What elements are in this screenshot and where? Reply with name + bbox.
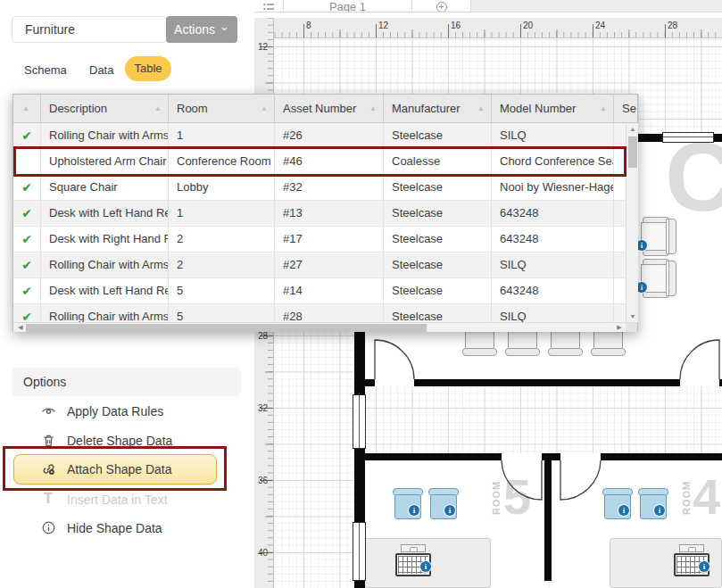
table-row[interactable]: Rolling Chair with Arms...5#28SteelcaseS… (13, 304, 626, 322)
info-badge-icon[interactable] (654, 505, 665, 516)
table-cell: Steelcase (384, 123, 492, 148)
option-insert-data-in-text: T Insert Data in Text (0, 491, 250, 510)
table-row[interactable]: Square ChairLobby#32SteelcaseNooi by Wie… (13, 175, 626, 201)
table-cell: 5 (169, 278, 275, 303)
scroll-down-icon[interactable] (627, 313, 639, 319)
check-icon (13, 227, 41, 252)
v-ruler-label: 32 (255, 403, 268, 413)
add-page-button[interactable]: + (412, 0, 471, 12)
check-icon (13, 278, 41, 303)
table-row[interactable]: Rolling Chair with Arms...2#27SteelcaseS… (13, 253, 626, 278)
page-list-icon (263, 3, 275, 12)
info-badge-icon[interactable] (618, 505, 629, 516)
keyboard-tray-shape[interactable] (679, 544, 704, 552)
scroll-up-icon[interactable] (627, 126, 639, 132)
column-header-room[interactable]: Room▲ (169, 95, 275, 122)
horizontal-scroll-thumb[interactable] (26, 324, 427, 332)
keyboard-shape[interactable] (674, 553, 710, 576)
column-header-check[interactable]: ▲ (13, 95, 41, 122)
column-header-manufacturer[interactable]: Manufacturer▲ (384, 95, 492, 122)
check-icon (13, 123, 41, 148)
option-delete-shape-data[interactable]: Delete Shape Data (0, 432, 250, 451)
table-cell: Desk with Left Hand Re... (41, 201, 169, 226)
table-cell: 5 (169, 304, 275, 322)
table-row[interactable]: Desk with Right Hand R...2#17Steelcase64… (13, 227, 626, 253)
chair-shape[interactable] (548, 330, 584, 357)
table-cell: Desk with Left Hand Re... (41, 278, 169, 303)
actions-button[interactable]: Actions (166, 16, 237, 43)
table-cell: #27 (275, 253, 384, 277)
h-ruler-label: 8 (306, 21, 311, 30)
tab-table[interactable]: Table (125, 56, 171, 81)
table-cell: Nooi by Wiesner-Hager (492, 175, 614, 200)
horizontal-scrollbar[interactable] (13, 322, 637, 332)
blue-chair-shape[interactable] (602, 488, 633, 520)
scroll-left-icon[interactable] (14, 323, 27, 332)
chair-shape[interactable] (591, 330, 627, 357)
page-tab-bar: Page 1 + (254, 0, 722, 12)
table-cell: Steelcase (384, 201, 492, 226)
chair-shape[interactable] (505, 330, 541, 357)
table-cell: #32 (275, 175, 384, 200)
chair-shape[interactable] (462, 330, 498, 357)
table-cell: SILQ (492, 123, 614, 148)
armchair-shape[interactable] (641, 217, 678, 256)
info-badge-icon[interactable] (420, 561, 431, 572)
table-cell: Steelcase (384, 227, 492, 252)
table-cell: 643248 (492, 227, 614, 252)
option-attach-shape-data[interactable]: Attach Shape Data (0, 460, 250, 480)
table-row[interactable]: Desk with Left Hand Re...1#13Steelcase64… (13, 201, 626, 227)
option-hide-shape-data[interactable]: Hide Shape Data (0, 519, 250, 539)
check-icon (13, 253, 41, 277)
check-icon (13, 304, 41, 322)
tab-data[interactable]: Data (89, 63, 113, 77)
v-ruler-label: 36 (255, 476, 268, 485)
trash-icon (41, 432, 59, 450)
column-header-asset-number[interactable]: Asset Number▲ (275, 95, 384, 122)
tab-schema[interactable]: Schema (24, 63, 67, 77)
horizontal-ruler: 81216202428 (274, 18, 722, 38)
blue-chair-shape[interactable] (638, 488, 668, 520)
scroll-right-icon[interactable] (613, 323, 626, 332)
app-root: Furniture Actions Schema Data Table Opti… (0, 0, 722, 588)
table-cell: Steelcase (384, 253, 492, 277)
table-cell: Square Chair (41, 175, 169, 200)
link-icon (41, 460, 59, 478)
table-cell: Upholstered Arm Chair (41, 149, 169, 174)
table-cell: #17 (275, 227, 384, 252)
table-cell: #13 (275, 201, 384, 226)
page-tab[interactable]: Page 1 (284, 0, 412, 12)
keyboard-tray-shape[interactable] (401, 544, 426, 552)
v-ruler-label: 12 (255, 42, 268, 52)
table-row[interactable]: Desk with Left Hand Re...5#14Steelcase64… (13, 278, 626, 304)
vertical-scrollbar[interactable] (626, 123, 638, 322)
info-badge-icon[interactable] (444, 505, 455, 516)
table-row[interactable]: Upholstered Arm ChairConference Room#46C… (13, 149, 626, 175)
option-apply-data-rules[interactable]: Apply Data Rules (0, 402, 250, 422)
table-cell: #28 (275, 304, 384, 322)
table-row[interactable]: Rolling Chair with Arms...1#26SteelcaseS… (13, 123, 626, 149)
dataset-name: Furniture (25, 22, 75, 37)
column-header-description[interactable]: Description▲ (41, 95, 169, 122)
table-cell: Steelcase (384, 304, 492, 322)
column-header-model-number[interactable]: Model Number▲ (492, 95, 614, 122)
plus-icon: + (436, 2, 447, 12)
armchair-shape[interactable] (641, 259, 678, 298)
column-header-se[interactable]: Se (614, 95, 639, 122)
table-cell: #46 (275, 149, 384, 174)
blue-chair-shape[interactable] (428, 488, 459, 520)
table-cell: 2 (169, 253, 275, 277)
dataset-name-field[interactable]: Furniture (12, 16, 167, 43)
eye-icon (41, 402, 59, 420)
h-ruler-label: 12 (378, 21, 388, 30)
options-header: Options (12, 368, 241, 396)
info-badge-icon[interactable] (409, 505, 419, 516)
blue-chair-shape[interactable] (393, 488, 423, 520)
vertical-scroll-thumb[interactable] (628, 137, 637, 168)
scrollbar-corner (626, 323, 637, 332)
keyboard-shape[interactable] (395, 553, 431, 576)
h-ruler-label: 20 (523, 21, 533, 30)
info-badge-icon[interactable] (699, 561, 710, 572)
table-cell: SILQ (492, 304, 614, 322)
page-list-button[interactable] (254, 0, 284, 12)
